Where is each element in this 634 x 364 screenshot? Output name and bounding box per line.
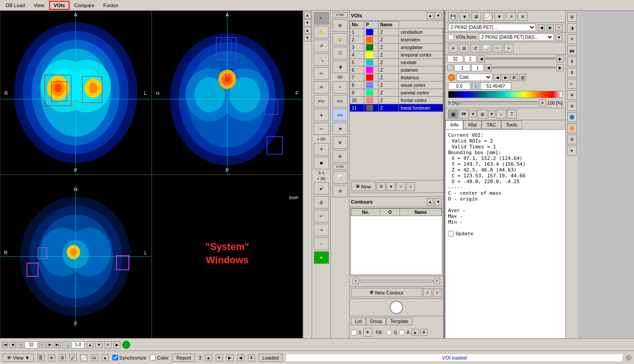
pb-prev[interactable]: ◀	[9, 342, 16, 348]
copy-voi-btn[interactable]: ⧉	[377, 182, 386, 191]
redo-tool[interactable]: ↪	[314, 224, 329, 236]
num-input-4[interactable]	[471, 64, 484, 71]
plus-map-btn[interactable]: ⊞	[478, 110, 487, 119]
sun-icon-btn[interactable]: ☀	[448, 44, 458, 53]
menu-compare[interactable]: Compare	[70, 1, 99, 9]
drop-icon-btn[interactable]: ▼	[460, 12, 469, 21]
num-slider-2[interactable]	[493, 67, 556, 69]
vois-from-checkbox[interactable]	[448, 34, 454, 40]
rotate-tool[interactable]: ↺	[314, 40, 329, 52]
zoom-glass-btn[interactable]: 🔍	[62, 341, 70, 348]
plus-tool[interactable]: +	[314, 109, 329, 121]
sync-checkbox[interactable]	[112, 355, 118, 360]
fit-btn[interactable]: ▦	[448, 110, 458, 119]
table-row[interactable]: 7Zthalamus	[350, 74, 443, 82]
circle-tool[interactable]: ○	[314, 237, 329, 250]
contrast-btn[interactable]: ◑	[333, 61, 348, 73]
info-tab-tac[interactable]: TAC	[482, 120, 501, 129]
colormap-next-btn[interactable]: ▶	[502, 74, 509, 81]
cursor-icon-btn[interactable]: ↗	[506, 12, 516, 21]
count-down-btn[interactable]: ▼	[216, 354, 223, 361]
lock-btn[interactable]: 🔒	[333, 33, 348, 45]
new-contour-btn[interactable]: ❋ New Contour	[351, 288, 422, 297]
chart2-icon-btn[interactable]: 📊	[482, 44, 491, 53]
map-btn[interactable]: 🗺	[459, 110, 469, 119]
frame-input[interactable]	[25, 341, 38, 348]
drop2-icon-btn[interactable]: ▼	[494, 12, 504, 21]
text2-btn[interactable]: 🖊	[70, 354, 77, 361]
dataset-select[interactable]: 2 PKIN2 [DASB PET] ...	[448, 24, 536, 31]
contour-plus-right[interactable]: +	[434, 278, 440, 284]
info-tab-info[interactable]: Info	[445, 120, 463, 129]
num-input-3[interactable]	[454, 64, 470, 71]
pencil-tool[interactable]: ✏	[314, 67, 329, 80]
table-row[interactable]: 11Zbasal forebrain	[350, 104, 443, 112]
chart-icon-btn[interactable]: 📈	[483, 12, 493, 21]
colormap-sample-btn[interactable]: 💧	[472, 82, 479, 90]
layers-btn[interactable]: ⊕	[333, 136, 348, 149]
fr-btn-13[interactable]: ●	[567, 146, 577, 155]
grid-icon-btn[interactable]: ⊞	[459, 44, 469, 53]
fr-btn-1[interactable]: ⊞	[567, 12, 577, 22]
wave2-btn[interactable]: 📈	[80, 354, 87, 361]
fr-btn-10[interactable]: 🔵	[567, 112, 577, 122]
vois-from-drop-btn[interactable]: ▼	[556, 34, 563, 41]
checkbox-btn[interactable]: ☑	[333, 47, 348, 59]
circle-btn[interactable]: ○	[496, 110, 506, 119]
move-3d-tool[interactable]: ✛	[314, 143, 329, 155]
rotate-icon-btn[interactable]: ↺	[470, 44, 480, 53]
star-btn[interactable]: ★	[333, 123, 348, 135]
fr-btn-5[interactable]: ⬆	[567, 57, 577, 66]
roi-ctrl-btn[interactable]: ROI	[333, 95, 348, 107]
delete-contour-btn[interactable]: ✕	[423, 288, 432, 297]
colormap-icon2-btn[interactable]: ▥	[519, 74, 526, 81]
template-tab[interactable]: Template	[386, 318, 412, 325]
roi-tool[interactable]: ROI	[314, 95, 329, 107]
nav-up-btn[interactable]: ▲	[304, 27, 311, 34]
contour-plus-left[interactable]: +	[353, 278, 359, 284]
colormap-prev-btn[interactable]: ◀	[494, 74, 501, 81]
wave-icon-btn[interactable]: 〰	[493, 44, 502, 53]
grid2-btn[interactable]: 🗂	[91, 354, 98, 361]
colormap-min-input[interactable]	[448, 82, 470, 90]
zoom-up-btn[interactable]: ▲	[86, 341, 94, 348]
count-up-btn[interactable]: ▲	[205, 354, 212, 361]
scan-panel-top-right[interactable]: A P H F	[152, 11, 303, 175]
arrow-left-btn[interactable]: ◀	[237, 354, 244, 361]
fr-btn-2[interactable]: ◑	[567, 23, 577, 33]
nav-down-btn[interactable]: ▼	[304, 34, 311, 41]
fr-btn-11[interactable]: 🟠	[567, 123, 577, 133]
group-tab[interactable]: Group	[366, 318, 387, 325]
update-checkbox[interactable]	[448, 231, 454, 237]
num-input-1[interactable]	[447, 55, 463, 62]
delete-voi-btn[interactable]: ✕	[396, 182, 405, 191]
voi-scroll-bottom-down[interactable]: ▼	[420, 329, 428, 336]
scan-panel-bottom-left[interactable]: H F R L	[0, 175, 152, 339]
dl-btn[interactable]: ⬇	[248, 354, 255, 361]
percent-x-btn[interactable]: ✕	[539, 99, 546, 106]
voi-scroll-bottom-up[interactable]: ▲	[412, 329, 419, 336]
percent-slider[interactable]	[460, 102, 538, 104]
table-row[interactable]: 8Zvisual cortex	[350, 82, 443, 89]
layout-btn[interactable]: ⊞	[59, 354, 66, 361]
fr-btn-12[interactable]: ⚙	[567, 135, 577, 144]
info-tab-tools[interactable]: Tools	[501, 120, 523, 129]
nav-next-btn[interactable]: ▼	[304, 19, 311, 26]
pb-next[interactable]: ▶	[47, 342, 53, 348]
map-drop-btn[interactable]: ▼	[469, 110, 477, 118]
prev-num-btn[interactable]: ◀	[478, 55, 485, 62]
speaker-btn[interactable]: ⊗	[333, 150, 348, 163]
menu-db-load[interactable]: DB Load	[2, 1, 29, 9]
undo-tool[interactable]: ↩	[314, 210, 329, 222]
next-num2-btn[interactable]: ▶	[556, 64, 564, 71]
table-row[interactable]: 10Zfrontal cortex	[350, 97, 443, 104]
color-checkbox[interactable]	[150, 355, 156, 360]
fr-btn-6[interactable]: ⬇	[567, 68, 577, 78]
target-tool[interactable]: ●	[314, 251, 329, 264]
fr-btn-8[interactable]: ⊕	[567, 90, 577, 100]
zoom-down-btn[interactable]: ▼	[95, 341, 103, 348]
cursor-tool[interactable]: ↖	[314, 12, 329, 25]
voi-scrollbar[interactable]	[350, 193, 443, 196]
menu-view[interactable]: View	[30, 1, 49, 9]
arrow-up-btn[interactable]: ▲	[102, 354, 109, 361]
